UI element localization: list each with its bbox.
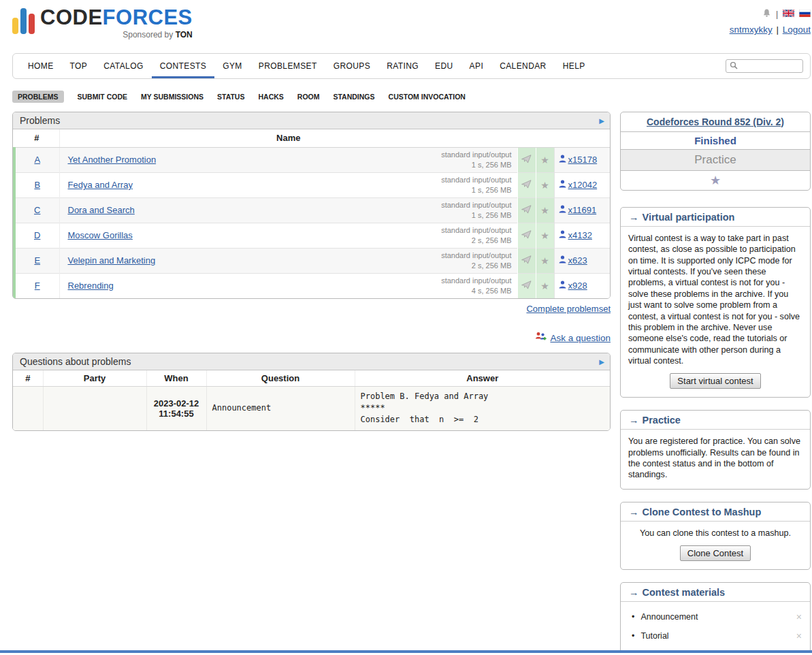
submit-plane-icon[interactable] <box>521 206 532 216</box>
search-box[interactable] <box>726 59 803 73</box>
table-row: F Rebrending standard input/output4 s, 2… <box>14 273 610 298</box>
subnav-status[interactable]: STATUS <box>217 93 244 101</box>
material-tutorial-link[interactable]: Tutorial <box>640 631 668 641</box>
questions-header-row: # Party When Question Answer <box>13 370 610 386</box>
subnav-my-submissions[interactable]: MY SUBMISSIONS <box>141 93 204 101</box>
nav-calendar[interactable]: CALENDAR <box>491 54 555 78</box>
nav-problemset[interactable]: PROBLEMSET <box>250 54 325 78</box>
problem-title-link[interactable]: Rebrending <box>68 281 114 291</box>
problem-title-link[interactable]: Dora and Search <box>68 205 135 215</box>
ask-question-link[interactable]: Ask a question <box>550 333 611 343</box>
favorite-cell[interactable]: ★ <box>536 147 554 172</box>
col-number: # <box>14 129 59 147</box>
subnav-problems[interactable]: PROBLEMS <box>12 91 64 103</box>
solved-count-cell: x928 <box>554 273 610 298</box>
uk-flag-icon[interactable] <box>783 10 794 19</box>
nav-catalog[interactable]: CATALOG <box>95 54 151 78</box>
problem-title-link[interactable]: Yet Another Promotion <box>68 155 157 165</box>
sidebar: Codeforces Round 852 (Div. 2) Finished P… <box>620 112 811 655</box>
collapse-arrow-icon[interactable]: ▶ <box>599 358 604 366</box>
problem-letter-cell: F <box>14 273 59 298</box>
submit-plane-icon[interactable] <box>521 231 532 241</box>
problem-letter-link[interactable]: D <box>34 230 40 240</box>
logo-text: CODEFORCES <box>40 7 193 28</box>
subnav-custom-invocation[interactable]: CUSTOM INVOCATION <box>389 93 466 101</box>
nav-rating[interactable]: RATING <box>378 54 427 78</box>
solved-count-link[interactable]: x623 <box>568 255 587 266</box>
problem-constraints: standard input/output1 s, 256 MB <box>441 200 511 221</box>
submit-plane-icon[interactable] <box>521 180 532 191</box>
problem-letter-link[interactable]: E <box>34 255 40 266</box>
search-input[interactable] <box>741 61 799 71</box>
submit-plane-icon[interactable] <box>521 281 532 291</box>
nav-home[interactable]: HOME <box>20 54 62 78</box>
material-announcement-link[interactable]: Announcement <box>640 612 698 622</box>
submit-plane-icon[interactable] <box>521 256 532 266</box>
username-link[interactable]: sntmxykky <box>730 25 773 35</box>
favorite-star-icon[interactable]: ★ <box>540 205 549 216</box>
favorite-cell[interactable]: ★ <box>536 273 554 298</box>
notifications-bell-icon[interactable] <box>762 8 771 20</box>
favorite-star-icon[interactable]: ★ <box>540 255 549 266</box>
nav-api[interactable]: API <box>461 54 492 78</box>
solved-count-link[interactable]: x12042 <box>568 180 598 190</box>
nav-groups[interactable]: GROUPS <box>325 54 378 78</box>
virtual-participation-caption: →Virtual participation <box>621 208 810 227</box>
nav-top[interactable]: TOP <box>62 54 96 78</box>
problem-title-link[interactable]: Moscow Gorillas <box>68 230 133 240</box>
favorite-star-icon[interactable]: ★ <box>540 155 549 165</box>
nav-help[interactable]: HELP <box>555 54 594 78</box>
problem-title-link[interactable]: Velepin and Marketing <box>68 255 156 266</box>
solved-count-link[interactable]: x11691 <box>568 205 597 215</box>
contest-title-link[interactable]: Codeforces Round 852 (Div. 2) <box>647 116 784 127</box>
favorite-cell[interactable]: ★ <box>536 172 554 197</box>
problem-title-link[interactable]: Fedya and Array <box>68 180 133 190</box>
submit-cell[interactable] <box>517 223 536 248</box>
solved-count-link[interactable]: x928 <box>568 281 587 291</box>
problem-letter-link[interactable]: C <box>34 205 40 215</box>
subnav-submit-code[interactable]: SUBMIT CODE <box>78 93 128 101</box>
favorite-cell[interactable]: ★ <box>536 223 554 248</box>
collapse-arrow-icon[interactable]: ▶ <box>599 117 604 125</box>
nav-edu[interactable]: EDU <box>427 54 461 78</box>
favorite-star-icon[interactable]: ★ <box>540 230 549 241</box>
submit-cell[interactable] <box>517 248 536 273</box>
codeforces-logo[interactable]: CODEFORCES Sponsored by TON <box>12 7 193 39</box>
problem-letter-link[interactable]: A <box>34 155 40 165</box>
ask-question-row: Ask a question <box>12 332 611 344</box>
submit-plane-icon[interactable] <box>521 155 532 165</box>
submit-cell[interactable] <box>517 273 536 298</box>
problem-letter-link[interactable]: F <box>35 281 40 291</box>
col-answer: Answer <box>355 370 610 386</box>
complete-problemset-link[interactable]: Complete problemset <box>526 304 611 314</box>
favorite-star-icon[interactable]: ★ <box>540 180 549 191</box>
logout-link[interactable]: Logout <box>783 25 811 35</box>
logo-text-forces: FORCES <box>103 5 193 29</box>
favorite-star-icon[interactable]: ★ <box>540 281 549 291</box>
subnav-standings[interactable]: STANDINGS <box>333 93 374 101</box>
problem-letter-link[interactable]: B <box>34 180 40 190</box>
footer-divider <box>0 650 812 653</box>
solved-count-link[interactable]: x15178 <box>568 155 598 165</box>
favorite-cell[interactable]: ★ <box>536 197 554 223</box>
ru-flag-icon[interactable] <box>799 10 811 19</box>
submit-cell[interactable] <box>517 172 536 197</box>
submit-cell[interactable] <box>517 197 536 223</box>
favorite-star-icon[interactable]: ★ <box>710 174 721 187</box>
questions-caption: Questions about problems ▶ <box>13 353 610 370</box>
close-icon[interactable]: × <box>796 630 802 641</box>
favorite-cell[interactable]: ★ <box>536 248 554 273</box>
problems-title: Problems <box>20 115 60 126</box>
submit-cell[interactable] <box>517 147 536 172</box>
problem-letter-cell: A <box>14 147 59 172</box>
subnav-room[interactable]: ROOM <box>297 93 320 101</box>
nav-gym[interactable]: GYM <box>214 54 250 78</box>
start-virtual-contest-button[interactable]: Start virtual contest <box>670 373 760 389</box>
separator: | <box>776 10 778 19</box>
nav-contests[interactable]: CONTESTS <box>152 54 215 78</box>
solved-count-link[interactable]: x4132 <box>568 230 592 240</box>
main-nav: HOME TOP CATALOG CONTESTS GYM PROBLEMSET… <box>12 53 811 79</box>
clone-contest-button[interactable]: Clone Contest <box>680 545 751 561</box>
subnav-hacks[interactable]: HACKS <box>258 93 283 101</box>
close-icon[interactable]: × <box>796 611 802 622</box>
